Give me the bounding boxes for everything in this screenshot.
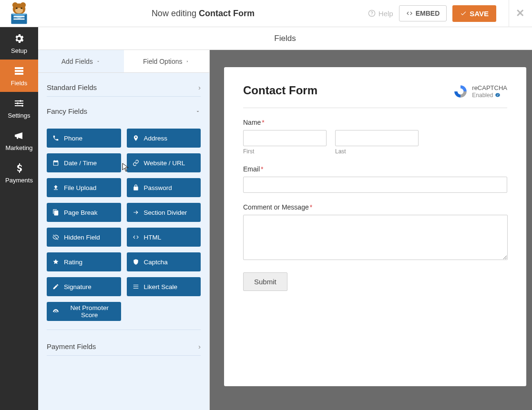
save-button[interactable]: SAVE	[452, 5, 496, 22]
email-label: Email*	[243, 165, 507, 173]
field-file-upload[interactable]: File Upload	[47, 178, 121, 197]
field-page-break[interactable]: Page Break	[47, 203, 121, 222]
field-net-promoter[interactable]: Net Promoter Score	[47, 302, 121, 321]
field-likert-scale[interactable]: Likert Scale	[127, 277, 201, 296]
sidebar-item-label: Setup	[11, 47, 27, 54]
arrow-icon	[133, 209, 139, 216]
section-payment-fields[interactable]: Payment Fields ›	[47, 330, 201, 356]
panel-title: Fields	[38, 27, 532, 50]
sidebar-item-setup[interactable]: Setup	[0, 27, 38, 60]
field-date-time[interactable]: Date / Time	[47, 153, 121, 172]
svg-point-1	[12, 2, 18, 8]
message-label: Comment or Message*	[243, 203, 507, 211]
close-icon[interactable]: ✕	[509, 0, 524, 27]
svg-point-2	[20, 2, 26, 8]
svg-point-15	[20, 100, 21, 102]
chevron-down-icon	[96, 59, 101, 64]
field-rating[interactable]: Rating	[47, 252, 121, 271]
field-hidden-field[interactable]: Hidden Field	[47, 228, 121, 247]
field-website-url[interactable]: Website / URL	[127, 153, 201, 172]
section-fancy-fields[interactable]: Fancy Fields	[47, 97, 201, 120]
shield-icon	[133, 259, 139, 265]
sidebar-item-marketing[interactable]: Marketing	[0, 124, 38, 157]
sidebar-item-fields[interactable]: Fields	[0, 60, 38, 92]
star-icon	[52, 259, 59, 265]
svg-point-4	[16, 8, 17, 9]
upload-icon	[52, 184, 59, 191]
svg-rect-8	[13, 16, 24, 17]
svg-point-16	[17, 102, 19, 104]
svg-point-17	[21, 105, 23, 107]
field-phone[interactable]: Phone	[47, 129, 121, 148]
divider	[243, 108, 507, 108]
tab-add-fields[interactable]: Add Fields	[38, 50, 124, 73]
last-sublabel: Last	[335, 148, 419, 155]
sidebar-item-label: Payments	[5, 177, 33, 184]
phone-icon	[52, 135, 59, 141]
field-section-divider[interactable]: Section Divider	[127, 203, 201, 222]
svg-point-11	[371, 15, 372, 16]
fields-icon	[13, 65, 25, 77]
tab-field-options[interactable]: Field Options	[124, 50, 210, 73]
field-html[interactable]: HTML	[127, 228, 201, 247]
first-name-input[interactable]	[243, 130, 327, 146]
sidebar-item-label: Settings	[8, 112, 31, 119]
dollar-icon	[13, 162, 25, 174]
field-password[interactable]: Password	[127, 178, 201, 197]
svg-rect-13	[15, 70, 23, 72]
sidebar-item-label: Fields	[11, 80, 28, 87]
pen-icon	[52, 283, 59, 290]
sidebar-item-label: Marketing	[5, 144, 32, 151]
calendar-icon	[52, 160, 59, 166]
email-input[interactable]	[243, 177, 507, 193]
megaphone-icon	[13, 130, 25, 141]
name-label: Name*	[243, 119, 507, 126]
svg-rect-14	[15, 73, 23, 75]
editing-title: Now editing Contact Form	[38, 9, 368, 19]
copy-icon	[52, 209, 59, 216]
lock-icon	[133, 184, 139, 191]
recaptcha-badge[interactable]: reCAPTCHA Enabled	[453, 84, 507, 99]
help-link[interactable]: Help	[368, 10, 393, 18]
last-name-input[interactable]	[335, 130, 419, 146]
gauge-icon	[52, 308, 59, 315]
chevron-right-icon	[185, 59, 190, 64]
gear-icon	[13, 33, 25, 44]
sidebar-item-settings[interactable]: Settings	[0, 92, 38, 124]
recaptcha-icon	[453, 84, 468, 99]
field-signature[interactable]: Signature	[47, 277, 121, 296]
svg-rect-9	[13, 19, 24, 20]
chevron-right-icon: ›	[198, 83, 201, 91]
message-textarea[interactable]	[243, 215, 508, 260]
app-logo	[0, 2, 38, 25]
chevron-right-icon: ›	[198, 342, 201, 350]
sidebar-item-payments[interactable]: Payments	[0, 157, 38, 189]
pin-icon	[133, 135, 139, 141]
chevron-down-icon	[195, 109, 201, 114]
embed-button[interactable]: EMBED	[399, 5, 447, 21]
form-title: Contact Form	[243, 84, 317, 97]
svg-rect-12	[15, 67, 23, 69]
list-icon	[133, 283, 139, 290]
field-captcha[interactable]: Captcha	[127, 252, 201, 271]
submit-button[interactable]: Submit	[243, 272, 287, 291]
form-preview: Contact Form reCAPTCHA Enabled	[224, 67, 526, 386]
eye-off-icon	[52, 234, 59, 240]
code-icon	[133, 234, 139, 240]
field-address[interactable]: Address	[127, 129, 201, 148]
svg-point-5	[20, 8, 22, 9]
sliders-icon	[13, 98, 25, 109]
verified-icon	[495, 92, 501, 98]
link-icon	[133, 160, 139, 166]
section-standard-fields[interactable]: Standard Fields ›	[47, 73, 201, 97]
first-sublabel: First	[243, 148, 327, 155]
